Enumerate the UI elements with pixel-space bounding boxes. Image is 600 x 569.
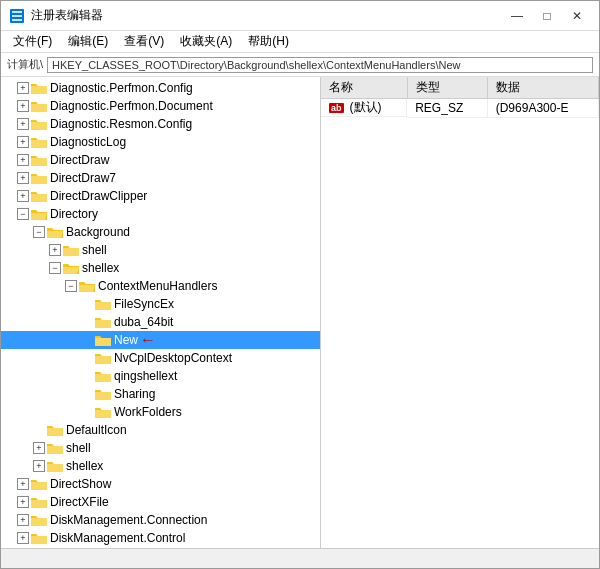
tree-item-diagperfmon[interactable]: + Diagnostic.Perfmon.Config bbox=[1, 79, 320, 97]
value-panel[interactable]: 名称 类型 数据 ab (默认) REG_SZ (D969A300-E bbox=[321, 77, 599, 548]
expand-diagresmon[interactable]: + bbox=[17, 118, 29, 130]
tree-item-nvcpldesktop[interactable]: NvCplDesktopContext bbox=[1, 349, 320, 367]
label-directdrawclipper: DirectDrawClipper bbox=[50, 189, 147, 203]
folder-icon-directdrawclipper bbox=[31, 189, 47, 203]
expand-directdraw7[interactable]: + bbox=[17, 172, 29, 184]
menu-favorites[interactable]: 收藏夹(A) bbox=[172, 31, 240, 52]
expand-directshow[interactable]: + bbox=[17, 478, 29, 490]
label-shellex: shellex bbox=[82, 261, 119, 275]
tree-item-shell[interactable]: + shell bbox=[1, 241, 320, 259]
folder-icon-qingshellext bbox=[95, 369, 111, 383]
label-new: New bbox=[114, 333, 138, 347]
tree-item-background[interactable]: − Background bbox=[1, 223, 320, 241]
label-contextmenu: ContextMenuHandlers bbox=[98, 279, 217, 293]
expand-directory[interactable]: − bbox=[17, 208, 29, 220]
folder-icon-filesyncex bbox=[95, 297, 111, 311]
label-defaulticon: DefaultIcon bbox=[66, 423, 127, 437]
folder-icon-defaulticon bbox=[47, 423, 63, 437]
menu-view[interactable]: 查看(V) bbox=[116, 31, 172, 52]
tree-item-diaglog[interactable]: + DiagnosticLog bbox=[1, 133, 320, 151]
folder-icon-diaglog bbox=[31, 135, 47, 149]
folder-icon-shellex2 bbox=[47, 459, 63, 473]
expand-directdraw[interactable]: + bbox=[17, 154, 29, 166]
minimize-button[interactable]: — bbox=[503, 6, 531, 26]
svg-rect-3 bbox=[12, 19, 22, 21]
maximize-button[interactable]: □ bbox=[533, 6, 561, 26]
expand-contextmenu[interactable]: − bbox=[65, 280, 77, 292]
expand-diagperfdoc[interactable]: + bbox=[17, 100, 29, 112]
value-table: 名称 类型 数据 ab (默认) REG_SZ (D969A300-E bbox=[321, 77, 599, 118]
value-type: REG_SZ bbox=[407, 99, 487, 118]
label-shellex2: shellex bbox=[66, 459, 103, 473]
label-qingshellext: qingshellext bbox=[114, 369, 177, 383]
bottom-bar bbox=[1, 548, 599, 568]
expand-shell2[interactable]: + bbox=[33, 442, 45, 454]
folder-icon-directxfile bbox=[31, 495, 47, 509]
tree-item-filesyncex[interactable]: FileSyncEx bbox=[1, 295, 320, 313]
label-directdraw7: DirectDraw7 bbox=[50, 171, 116, 185]
tree-item-sharing[interactable]: Sharing bbox=[1, 385, 320, 403]
expand-directxfile[interactable]: + bbox=[17, 496, 29, 508]
folder-icon-diagperfmon bbox=[31, 81, 47, 95]
label-directxfile: DirectXFile bbox=[50, 495, 109, 509]
tree-item-workfolders[interactable]: WorkFolders bbox=[1, 403, 320, 421]
menu-bar: 文件(F) 编辑(E) 查看(V) 收藏夹(A) 帮助(H) bbox=[1, 31, 599, 53]
label-nvcpl: NvCplDesktopContext bbox=[114, 351, 232, 365]
tree-item-directshow[interactable]: + DirectShow bbox=[1, 475, 320, 493]
folder-icon-directdraw bbox=[31, 153, 47, 167]
folder-icon-background-open bbox=[47, 225, 63, 239]
tree-item-defaulticon[interactable]: DefaultIcon bbox=[1, 421, 320, 439]
tree-item-directdrawclipper[interactable]: + DirectDrawClipper bbox=[1, 187, 320, 205]
label-diagresmon: Diagnostic.Resmon.Config bbox=[50, 117, 192, 131]
tree-item-directdraw7[interactable]: + DirectDraw7 bbox=[1, 169, 320, 187]
label-directshow: DirectShow bbox=[50, 477, 111, 491]
tree-item-directdraw[interactable]: + DirectDraw bbox=[1, 151, 320, 169]
folder-icon-shell bbox=[63, 243, 79, 257]
tree-item-diagresmon[interactable]: + Diagnostic.Resmon.Config bbox=[1, 115, 320, 133]
expand-directdrawclipper[interactable]: + bbox=[17, 190, 29, 202]
close-button[interactable]: ✕ bbox=[563, 6, 591, 26]
value-name: (默认) bbox=[350, 99, 382, 116]
expand-diskconn[interactable]: + bbox=[17, 514, 29, 526]
tree-item-duba64bit[interactable]: duba_64bit bbox=[1, 313, 320, 331]
tree-item-qingshellext[interactable]: qingshellext bbox=[1, 367, 320, 385]
title-bar: 注册表编辑器 — □ ✕ bbox=[1, 1, 599, 31]
folder-icon-nvcpl bbox=[95, 351, 111, 365]
tree-item-shellex[interactable]: − shellex bbox=[1, 259, 320, 277]
menu-edit[interactable]: 编辑(E) bbox=[60, 31, 116, 52]
folder-icon-sharing bbox=[95, 387, 111, 401]
expand-shellex[interactable]: − bbox=[49, 262, 61, 274]
tree-panel[interactable]: + Diagnostic.Perfmon.Config + Diagnostic… bbox=[1, 77, 321, 548]
tree-item-shellex2[interactable]: + shellex bbox=[1, 457, 320, 475]
tree-item-directory[interactable]: − Directory bbox=[1, 205, 320, 223]
expand-diaglog[interactable]: + bbox=[17, 136, 29, 148]
main-content: + Diagnostic.Perfmon.Config + Diagnostic… bbox=[1, 77, 599, 548]
tree-item-diskconn[interactable]: + DiskManagement.Connection bbox=[1, 511, 320, 529]
tree-item-shell2[interactable]: + shell bbox=[1, 439, 320, 457]
menu-help[interactable]: 帮助(H) bbox=[240, 31, 297, 52]
label-sharing: Sharing bbox=[114, 387, 155, 401]
tree-item-diskctrl[interactable]: + DiskManagement.Control bbox=[1, 529, 320, 547]
title-controls: — □ ✕ bbox=[503, 6, 591, 26]
expand-shell[interactable]: + bbox=[49, 244, 61, 256]
expand-shellex2[interactable]: + bbox=[33, 460, 45, 472]
expand-background[interactable]: − bbox=[33, 226, 45, 238]
title-bar-left: 注册表编辑器 bbox=[9, 7, 103, 24]
expand-diagperfmon[interactable]: + bbox=[17, 82, 29, 94]
expand-diskctrl[interactable]: + bbox=[17, 532, 29, 544]
address-value[interactable]: HKEY_CLASSES_ROOT\Directory\Background\s… bbox=[47, 57, 593, 73]
window-title: 注册表编辑器 bbox=[31, 7, 103, 24]
label-directdraw: DirectDraw bbox=[50, 153, 109, 167]
col-name: 名称 bbox=[321, 77, 407, 99]
tree-item-diagperfdoc[interactable]: + Diagnostic.Perfmon.Document bbox=[1, 97, 320, 115]
folder-icon-diskconn bbox=[31, 513, 47, 527]
tree-item-directxfile[interactable]: + DirectXFile bbox=[1, 493, 320, 511]
svg-rect-1 bbox=[12, 11, 22, 13]
menu-file[interactable]: 文件(F) bbox=[5, 31, 60, 52]
folder-icon-shell2 bbox=[47, 441, 63, 455]
label-shell: shell bbox=[82, 243, 107, 257]
app-icon bbox=[9, 8, 25, 24]
table-row[interactable]: ab (默认) REG_SZ (D969A300-E bbox=[321, 99, 599, 118]
tree-item-new[interactable]: New ← bbox=[1, 331, 320, 349]
tree-item-contextmenuhandlers[interactable]: − ContextMenuHandlers bbox=[1, 277, 320, 295]
